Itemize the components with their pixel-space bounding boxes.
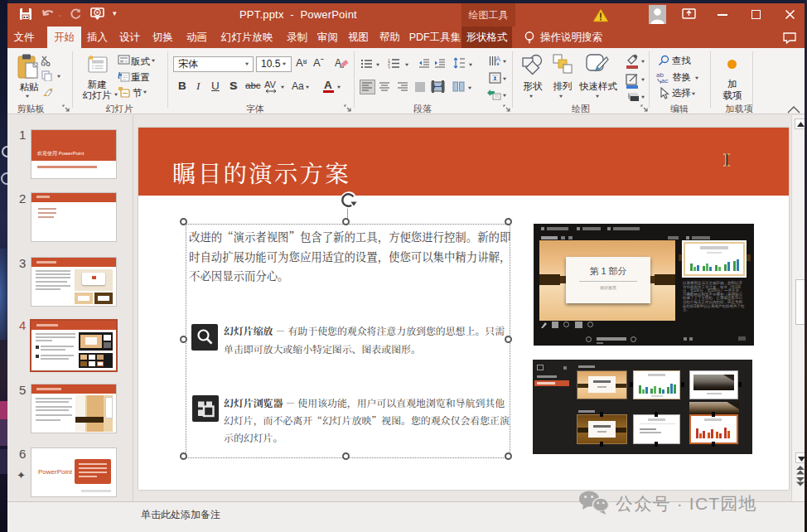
svg-text:ac: ac	[661, 77, 668, 84]
svg-text:A: A	[495, 55, 500, 63]
svg-text:AV: AV	[264, 80, 277, 89]
svg-text:3: 3	[388, 65, 390, 70]
